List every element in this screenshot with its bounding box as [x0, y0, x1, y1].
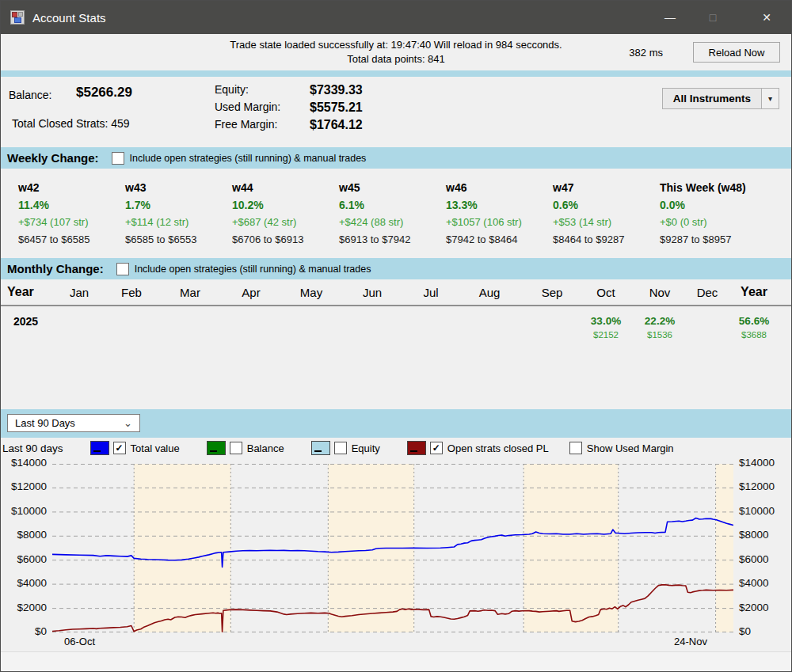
series-toggle-checkbox[interactable]	[334, 442, 347, 454]
month-column-jan: Jan	[55, 286, 104, 299]
month-cell	[403, 315, 459, 340]
month-cell	[341, 315, 403, 340]
window-title: Account Stats	[32, 11, 106, 25]
y-tick-label: $0	[1, 625, 47, 637]
wk-label: w45	[339, 179, 446, 196]
month-column-oct: Oct	[584, 286, 628, 299]
series-color-swatch	[311, 441, 330, 455]
legend-item: ✓Open strats closed PL	[407, 441, 549, 455]
month-cell	[459, 315, 520, 340]
wk-pct: 6.1%	[339, 196, 446, 214]
wk-label: w43	[125, 179, 232, 196]
latency-label: 382 ms	[629, 46, 663, 60]
month-cell	[520, 315, 584, 340]
month-column-may: May	[281, 286, 341, 299]
chevron-down-icon: ⌄	[124, 420, 132, 427]
range-dropdown[interactable]: Last 90 Days ⌄	[7, 414, 140, 432]
equity-label: Equity:	[215, 83, 310, 97]
free-margin-label: Free Margin:	[215, 118, 310, 132]
legend-item: Show Used Margin	[569, 442, 674, 454]
wk-label: w44	[232, 179, 339, 196]
y-tick-label: $8000	[739, 529, 769, 541]
month-column-apr: Apr	[221, 286, 281, 299]
weekly-include-checkbox[interactable]	[112, 152, 124, 165]
month-cell	[691, 315, 723, 340]
month-column-year: Year	[7, 285, 55, 299]
wk-pct: 0.0%	[660, 196, 767, 214]
series-toggle-checkbox[interactable]: ✓	[113, 442, 126, 454]
month-column-nov: Nov	[628, 286, 691, 299]
series-toggle-checkbox[interactable]: ✓	[430, 442, 443, 454]
wk-gain: +$53 (14 str)	[553, 214, 660, 231]
series-label: Show Used Margin	[587, 442, 674, 454]
wk-pct: 11.4%	[18, 196, 125, 214]
month-column-sep: Sep	[520, 286, 584, 299]
monthly-change-header: Monthly Change: Include open strategies …	[1, 258, 791, 279]
series-label: Open strats closed PL	[447, 442, 549, 454]
wk-pct: 0.6%	[553, 196, 660, 214]
x-label-end: 24-Nov	[674, 636, 707, 647]
y-tick-label: $2000	[739, 602, 769, 613]
series-label: Balance	[247, 442, 284, 454]
month-cell	[159, 315, 221, 340]
month-cell	[221, 315, 281, 340]
week-column: This Week (w48)0.0%+$0 (0 str)$9287 to $…	[660, 179, 767, 258]
close-button[interactable]: ✕	[748, 1, 785, 34]
monthly-include-checkbox[interactable]	[116, 263, 129, 275]
chart-legend: Last 90 days ✓Total valueBalanceEquity✓O…	[1, 438, 791, 458]
equity-row: Equity: $7339.33	[215, 83, 363, 97]
window-titlebar: Account Stats — □ ✕	[1, 1, 791, 34]
wk-range: $6457 to $6585	[18, 231, 125, 249]
monthly-rows: 202533.0%$215222.2%$153656.6%$3688	[1, 315, 791, 340]
account-summary: Balance: $5266.29 Total Closed Strats: 4…	[1, 77, 791, 147]
legend-item: Balance	[207, 441, 284, 455]
month-pct: 56.6%	[723, 315, 785, 327]
maximize-button[interactable]: □	[695, 1, 731, 34]
reload-now-button[interactable]: Reload Now	[693, 42, 780, 63]
status-line-1: Trade state loaded successfully at: 19:4…	[1, 38, 791, 52]
used-margin-label: Used Margin:	[215, 101, 310, 115]
weekly-columns: w4211.4%+$734 (107 str)$6457 to $6585w43…	[1, 169, 791, 258]
y-tick-label: $4000	[739, 577, 769, 589]
y-tick-label: $14000	[739, 457, 775, 469]
monthly-header: YearJanFebMarAprMayJunJulAugSepOctNovDec…	[1, 279, 791, 305]
month-column-aug: Aug	[459, 286, 520, 299]
instrument-filter-dropdown[interactable]: All Instruments ▾	[662, 88, 779, 109]
monthly-include-label: Include open strategies (still running) …	[135, 264, 371, 275]
wk-gain: +$734 (107 str)	[18, 214, 125, 231]
series-color-swatch	[90, 441, 109, 455]
month-column-year: Year	[723, 285, 785, 299]
y-tick-label: $2000	[1, 602, 47, 613]
y-tick-label: $6000	[1, 553, 47, 565]
wk-pct: 1.7%	[125, 196, 232, 214]
wk-label: This Week (w48)	[660, 179, 767, 196]
range-strip: Last 90 Days ⌄	[1, 409, 791, 438]
y-tick-label: $6000	[739, 553, 769, 565]
weekly-change-header: Weekly Change: Include open strategies (…	[1, 147, 791, 169]
y-tick-label: $12000	[1, 480, 47, 492]
wk-gain: +$0 (0 str)	[660, 214, 767, 231]
series-toggle-checkbox[interactable]	[569, 442, 582, 454]
app-window: Account Stats — □ ✕ Trade state loaded s…	[0, 0, 792, 672]
week-column: w4211.4%+$734 (107 str)$6457 to $6585	[18, 179, 125, 258]
window-controls: — □ ✕	[652, 1, 785, 34]
used-margin-value: $5575.21	[310, 101, 363, 115]
month-amount: $2152	[584, 330, 628, 340]
week-column: w4613.3%+$1057 (106 str)$7942 to $8464	[446, 179, 553, 258]
app-icon	[10, 10, 25, 25]
month-column-jul: Jul	[403, 286, 459, 299]
week-column: w470.6%+$53 (14 str)$8464 to $9287	[553, 179, 660, 258]
month-cell	[281, 315, 341, 340]
series-toggle-checkbox[interactable]	[230, 442, 242, 454]
chart-plot	[52, 464, 733, 632]
wk-range: $6706 to $6913	[232, 231, 339, 249]
minimize-button[interactable]: —	[652, 1, 688, 34]
wk-range: $6913 to $7942	[339, 231, 446, 249]
equity-value: $7339.33	[310, 83, 363, 97]
y-tick-label: $14000	[1, 457, 47, 469]
weekly-include-label: Include open strategies (still running) …	[130, 153, 367, 164]
wk-gain: +$114 (12 str)	[125, 214, 232, 231]
month-amount: $1536	[628, 330, 691, 340]
chevron-down-icon[interactable]: ▾	[762, 88, 779, 109]
month-cell: 33.0%$2152	[584, 315, 628, 340]
